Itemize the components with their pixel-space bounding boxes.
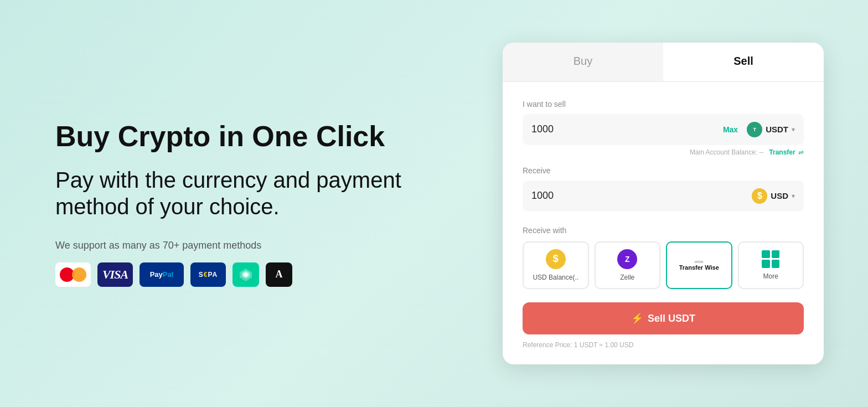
receive-currency-chevron: ▾ — [792, 192, 795, 200]
max-button[interactable]: Max — [723, 125, 738, 134]
paypal-icon: PayPal — [140, 262, 184, 287]
ref-price-value: 1 USDT ≈ 1.00 USD — [574, 341, 634, 349]
more-dot-4 — [772, 260, 780, 268]
ref-price-label: Reference Price: — [523, 341, 572, 349]
zelle-icon: Z — [617, 249, 637, 269]
sell-field-label: I want to sell — [523, 100, 804, 109]
tab-buy[interactable]: Buy — [503, 43, 663, 81]
pm-more-label: More — [763, 272, 778, 280]
sell-input-row: Max T USDT ▾ — [523, 114, 804, 145]
balance-row: Main Account Balance: -- Transfer ⇌ — [523, 148, 804, 156]
tab-bar: Buy Sell — [503, 43, 824, 82]
more-dot-2 — [772, 250, 780, 259]
more-dot-3 — [762, 260, 770, 268]
transferwise-icon: wise Transfer Wise — [679, 255, 719, 275]
pm-transferwise[interactable]: wise Transfer Wise Transfer Wise — [666, 241, 732, 289]
sub-heading-line1: Pay with the currency and payment — [55, 168, 401, 192]
balance-text: Main Account Balance: -- — [690, 148, 763, 156]
main-heading: Buy Crypto in One Click — [55, 120, 443, 153]
lightning-icon: ⚡ — [631, 312, 643, 324]
receive-currency-name: USD — [771, 191, 788, 200]
sell-button-label: Sell USDT — [648, 313, 695, 324]
transfer-arrows-icon: ⇌ — [798, 148, 804, 156]
usdt-icon: T — [747, 122, 762, 137]
payment-methods-row: $ USD Balance(.. Z Zelle wise Transfer W… — [523, 241, 804, 289]
more-dot-1 — [762, 250, 770, 259]
card-body: I want to sell Max T USDT ▾ Main Account… — [503, 82, 824, 364]
tab-sell[interactable]: Sell — [663, 43, 824, 81]
usd-balance-icon: $ — [546, 249, 566, 269]
visa-icon: VISA — [97, 262, 133, 287]
payment-icons-row: VISA PayPal S€PA A — [55, 262, 443, 287]
paxful-icon — [232, 262, 259, 287]
transfer-link[interactable]: Transfer — [769, 148, 795, 156]
receive-with-label: Receive with — [523, 226, 804, 235]
pm-usd-balance[interactable]: $ USD Balance(.. — [523, 241, 589, 289]
mc-circle-right — [72, 267, 86, 282]
sell-button[interactable]: ⚡ Sell USDT — [523, 302, 804, 334]
receive-currency-selector[interactable]: $ USD ▾ — [752, 188, 795, 204]
pm-zelle[interactable]: Z Zelle — [595, 241, 661, 289]
pm-more[interactable]: More — [738, 241, 804, 289]
sell-currency-chevron: ▾ — [792, 126, 795, 133]
azteco-icon: A — [266, 262, 292, 287]
left-section: Buy Crypto in One Click Pay with the cur… — [55, 120, 443, 287]
sell-currency-selector[interactable]: T USDT ▾ — [747, 122, 795, 137]
sub-heading: Pay with the currency and payment method… — [55, 167, 443, 220]
crypto-widget: Buy Sell I want to sell Max T USDT ▾ Mai… — [503, 43, 824, 364]
receive-amount-input[interactable] — [531, 190, 747, 202]
sepa-icon: S€PA — [190, 262, 226, 287]
sell-currency-name: USDT — [766, 125, 788, 134]
mastercard-icon — [55, 262, 91, 287]
ref-price: Reference Price: 1 USDT ≈ 1.00 USD — [523, 341, 804, 349]
receive-field-label: Receive — [523, 166, 804, 175]
sell-amount-input[interactable] — [531, 123, 719, 135]
payment-desc: We support as many as 70+ payment method… — [55, 240, 443, 251]
page-wrapper: Buy Crypto in One Click Pay with the cur… — [0, 0, 868, 407]
sub-heading-line2: method of your choice. — [55, 194, 280, 219]
pm-usd-balance-label: USD Balance(.. — [533, 274, 578, 281]
usd-icon: $ — [752, 188, 767, 204]
receive-input-row: $ USD ▾ — [523, 181, 804, 212]
more-icon — [762, 250, 779, 268]
pm-zelle-label: Zelle — [620, 274, 634, 281]
